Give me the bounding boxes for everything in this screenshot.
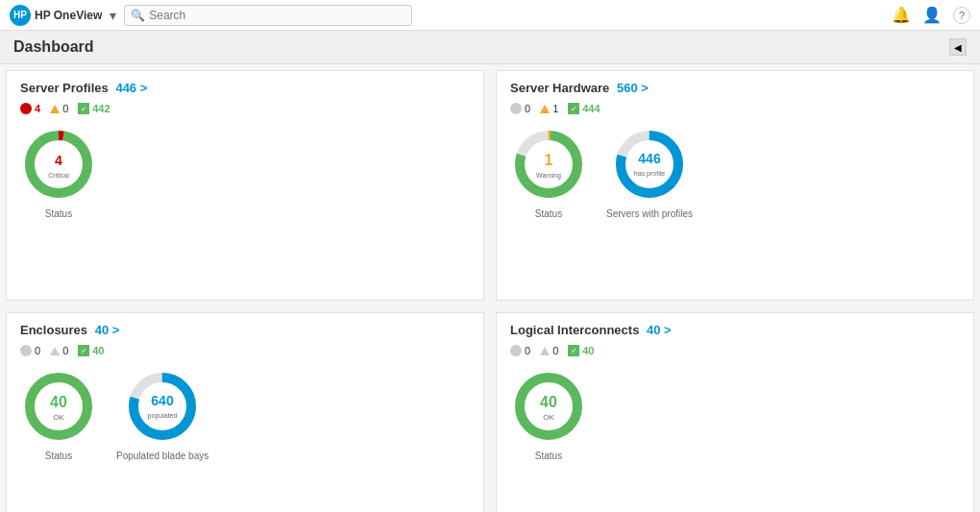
svg-text:446: 446: [638, 151, 661, 166]
svg-text:populated: populated: [148, 412, 178, 420]
li-title: Logical Interconnects 40 >: [510, 323, 960, 337]
help-icon[interactable]: ?: [953, 7, 970, 24]
enc-status-label: Status: [45, 451, 72, 461]
server-hardware-title: Server Hardware 560 >: [510, 81, 960, 95]
search-box[interactable]: 🔍: [124, 5, 412, 26]
enclosures-count-link[interactable]: 40 >: [95, 323, 120, 337]
li-disabled-count: 0: [525, 345, 530, 356]
sh-warning-count: 1: [552, 103, 558, 114]
sp-error-count: 4: [35, 103, 40, 114]
server-hardware-count-link[interactable]: 560 >: [617, 81, 649, 95]
disabled-icon: [510, 103, 522, 114]
server-profiles-count: 446 >: [115, 81, 147, 95]
enc-blade-label: Populated blade bays: [116, 451, 208, 461]
warning-icon: [50, 105, 60, 113]
server-profiles-title: Server Profiles 446 >: [20, 81, 470, 95]
svg-text:40: 40: [50, 394, 67, 410]
enc-blade-bays-chart[interactable]: 640 populated Populated blade bays: [116, 368, 208, 461]
enclosures-charts: 40 OK Status 640 populated Populated bla…: [20, 368, 470, 461]
warning-icon: [540, 105, 550, 113]
search-icon: 🔍: [131, 9, 145, 22]
server-hardware-charts: 1 Warning Status 446 has profile Servers…: [510, 126, 960, 219]
enc-warning-count: 0: [62, 345, 68, 356]
sp-ok-count: 442: [92, 103, 110, 114]
enc-disabled-badge: 0: [20, 345, 40, 356]
sh-status-label: Status: [535, 208, 562, 219]
notification-bell-icon[interactable]: 🔔: [892, 6, 911, 24]
search-input[interactable]: [149, 9, 405, 22]
sp-status-chart[interactable]: 4 Critical Status: [20, 126, 97, 219]
enc-ok-count: 40: [92, 345, 104, 356]
warning-icon: [50, 347, 60, 355]
sh-ok-badge: 444: [568, 103, 600, 114]
sh-status-chart[interactable]: 1 Warning Status: [510, 126, 587, 219]
page-title: Dashboard: [13, 38, 94, 56]
logical-interconnects-panel: Logical Interconnects 40 > 0 0 40: [496, 312, 974, 512]
enclosures-status-row: 0 0 40: [20, 345, 470, 356]
warning-icon: [540, 347, 550, 355]
enclosures-panel: Enclosures 40 > 0 0 40: [6, 312, 484, 512]
sh-disabled-badge: 0: [510, 103, 530, 114]
ok-icon: [568, 345, 579, 356]
nav-icons: 🔔 👤 ?: [892, 6, 970, 24]
svg-text:640: 640: [151, 393, 174, 408]
sh-profiles-chart[interactable]: 446 has profile Servers with profiles: [606, 126, 693, 219]
li-count: 40 >: [647, 323, 672, 337]
li-warning-count: 0: [552, 345, 558, 356]
li-count-link[interactable]: 40 >: [647, 323, 672, 337]
dashboard-grid: Server Profiles 446 > 4 0 442: [0, 64, 980, 512]
li-charts: 40 OK Status: [510, 368, 960, 461]
li-status-row: 0 0 40: [510, 345, 960, 356]
ok-icon: [568, 103, 579, 114]
sp-ok-badge: 442: [78, 103, 110, 114]
server-hardware-panel: Server Hardware 560 > 0 1 444: [496, 70, 974, 301]
enclosures-count: 40 >: [95, 323, 120, 337]
li-disabled-badge: 0: [510, 345, 530, 356]
enc-status-donut: 40 OK: [20, 368, 97, 445]
li-ok-badge: 40: [568, 345, 594, 356]
top-navigation: HP HP OneView ▾ 🔍 🔔 👤 ?: [0, 0, 980, 31]
disabled-icon: [510, 345, 522, 356]
sh-profiles-donut: 446 has profile: [611, 126, 688, 203]
li-warning-badge: 0: [540, 345, 558, 356]
enc-blade-donut: 640 populated: [124, 368, 201, 445]
enc-ok-badge: 40: [78, 345, 104, 356]
hp-logo-icon: HP: [10, 5, 31, 26]
sp-donut-svg: 4 Critical: [20, 126, 97, 203]
server-profiles-charts: 4 Critical Status: [20, 126, 470, 219]
sh-warning-badge: 1: [540, 103, 558, 114]
page-header: Dashboard ◀: [0, 31, 980, 64]
error-icon: [20, 103, 32, 114]
ok-icon: [78, 345, 89, 356]
app-logo: HP HP OneView: [10, 5, 102, 26]
sh-status-donut: 1 Warning: [510, 126, 587, 203]
li-status-donut: 40 OK: [510, 368, 587, 445]
sh-ok-count: 444: [582, 103, 600, 114]
app-dropdown-button[interactable]: ▾: [110, 8, 116, 23]
enc-disabled-count: 0: [35, 345, 40, 356]
brand-name: HP OneView: [35, 9, 102, 22]
server-profiles-count-link[interactable]: 446 >: [115, 81, 147, 95]
server-hardware-count: 560 >: [617, 81, 649, 95]
svg-text:OK: OK: [543, 413, 554, 422]
user-icon[interactable]: 👤: [922, 6, 942, 24]
server-profiles-panel: Server Profiles 446 > 4 0 442: [6, 70, 484, 301]
ok-icon: [78, 103, 89, 114]
sh-disabled-count: 0: [525, 103, 530, 114]
sh-profiles-label: Servers with profiles: [606, 208, 693, 219]
li-ok-count: 40: [582, 345, 594, 356]
enc-warning-badge: 0: [50, 345, 68, 356]
svg-text:has profile: has profile: [634, 170, 665, 178]
li-status-label: Status: [535, 451, 562, 461]
svg-text:OK: OK: [53, 413, 64, 422]
collapse-button[interactable]: ◀: [949, 38, 967, 56]
enclosures-title: Enclosures 40 >: [20, 323, 470, 337]
svg-text:4: 4: [55, 153, 62, 168]
li-status-chart[interactable]: 40 OK Status: [510, 368, 587, 461]
svg-text:Critical: Critical: [48, 172, 69, 179]
server-hardware-status-row: 0 1 444: [510, 103, 960, 114]
sp-error-badge: 4: [20, 103, 40, 114]
sp-warning-badge: 0: [50, 103, 68, 114]
enc-status-chart[interactable]: 40 OK Status: [20, 368, 97, 461]
sp-status-label: Status: [45, 208, 72, 219]
